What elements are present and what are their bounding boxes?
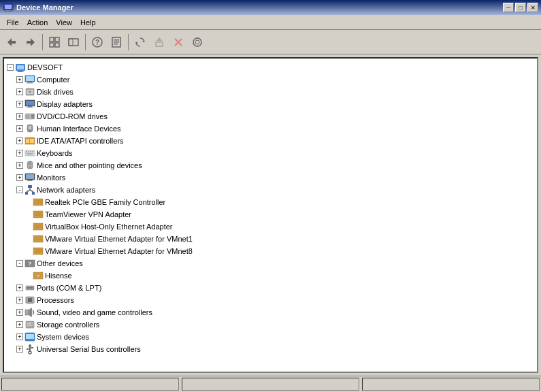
- svg-point-25: [195, 40, 199, 44]
- uninstall-button[interactable]: [169, 33, 187, 51]
- svg-rect-11: [69, 39, 73, 46]
- tree-item-dvd[interactable]: + DVD/CD-ROM drives: [4, 110, 537, 122]
- disk-expand-btn[interactable]: +: [16, 88, 23, 95]
- hisense-icon: ?: [33, 270, 44, 281]
- mice-expand-btn[interactable]: +: [16, 162, 23, 169]
- svg-rect-33: [26, 76, 34, 81]
- svg-rect-66: [25, 192, 28, 195]
- svg-rect-62: [26, 174, 34, 179]
- tree-item-sound[interactable]: + Sound, video and game controllers: [4, 306, 537, 318]
- view-button[interactable]: [46, 33, 63, 51]
- svg-rect-42: [27, 107, 33, 108]
- tree-item-monitors[interactable]: + Monitors: [4, 172, 537, 184]
- menu-view[interactable]: View: [52, 17, 76, 28]
- svg-rect-29: [17, 65, 24, 69]
- computer-icon: [24, 74, 35, 85]
- svg-rect-80: [33, 235, 43, 242]
- tree-item-ports[interactable]: + Ports (COM & LPT): [4, 282, 537, 294]
- ide-expand-btn[interactable]: +: [16, 137, 23, 144]
- teamviewer-label: TeamViewer VPN Adapter: [45, 210, 131, 218]
- svg-rect-74: [33, 211, 43, 218]
- svg-rect-40: [26, 101, 34, 105]
- close-button[interactable]: ✕: [527, 3, 538, 12]
- tree-item-hid[interactable]: + Human Interface Devices: [4, 122, 537, 135]
- processors-icon: [24, 295, 35, 306]
- tree-item-other[interactable]: - ? Other devices: [4, 257, 537, 270]
- tree-item-mice[interactable]: + Mice and other pointing devices: [4, 159, 537, 172]
- menu-action[interactable]: Action: [23, 17, 52, 28]
- tree-item-virtualbox[interactable]: VirtualBox Host-Only Ethernet Adapter: [4, 220, 537, 233]
- forward-button[interactable]: [22, 33, 39, 51]
- tree-item-system[interactable]: + System devices: [4, 331, 537, 343]
- sound-label: Sound, video and game controllers: [37, 308, 152, 316]
- svg-point-60: [29, 167, 31, 168]
- svg-line-69: [27, 190, 30, 192]
- tree-item-network[interactable]: - Network adapters: [4, 184, 537, 196]
- tree-item-vmware8[interactable]: VMware Virtual Ethernet Adapter for VMne…: [4, 245, 537, 257]
- map-button[interactable]: [65, 33, 82, 51]
- svg-rect-65: [28, 185, 32, 188]
- svg-rect-64: [27, 180, 33, 181]
- monitors-expand-btn[interactable]: +: [16, 174, 23, 181]
- update-button[interactable]: [150, 33, 168, 51]
- tree-view[interactable]: - DEVSOFT +: [3, 57, 538, 373]
- menu-file[interactable]: File: [3, 17, 23, 28]
- other-expand-btn[interactable]: -: [16, 260, 23, 267]
- hid-expand-btn[interactable]: +: [16, 125, 23, 132]
- system-expand-btn[interactable]: +: [16, 333, 23, 340]
- monitors-label: Monitors: [37, 174, 65, 182]
- display-expand-btn[interactable]: +: [16, 101, 23, 108]
- dvd-icon: [24, 111, 35, 122]
- disk-label: Disk drives: [37, 88, 73, 96]
- svg-rect-15: [114, 39, 119, 41]
- svg-rect-41: [28, 106, 32, 107]
- title-bar-left: Device Manager: [3, 2, 73, 13]
- svg-rect-6: [50, 37, 54, 42]
- tree-item-hisense[interactable]: ? Hisense: [4, 270, 537, 282]
- help-button[interactable]: ?: [88, 33, 106, 51]
- dvd-expand-btn[interactable]: +: [16, 113, 23, 120]
- svg-rect-10: [69, 39, 78, 46]
- svg-rect-7: [55, 37, 59, 42]
- hisense-label: Hisense: [45, 272, 72, 280]
- menu-help[interactable]: Help: [76, 17, 100, 28]
- tree-item-storage[interactable]: + Storage controllers: [4, 318, 537, 331]
- svg-rect-56: [32, 151, 33, 152]
- tree-item-computer[interactable]: + Computer: [4, 74, 537, 86]
- tree-item-ide[interactable]: + IDE ATA/ATAPI controllers: [4, 135, 537, 147]
- properties-button[interactable]: [108, 33, 125, 51]
- svg-rect-8: [50, 43, 54, 47]
- tree-item-usb[interactable]: + Universal Serial Bus controllers: [4, 343, 537, 355]
- processors-expand-btn[interactable]: +: [16, 297, 23, 304]
- system-icon: [24, 331, 35, 342]
- back-button[interactable]: [3, 33, 20, 51]
- svg-point-108: [31, 325, 33, 326]
- tree-item-vmware1[interactable]: VMware Virtual Ethernet Adapter for VMne…: [4, 233, 537, 245]
- computer-expand-btn[interactable]: +: [16, 76, 23, 83]
- realtek-icon: [33, 197, 44, 208]
- scan-button[interactable]: [188, 33, 206, 51]
- tree-item-keyboards[interactable]: + Keyboards: [4, 147, 537, 159]
- sound-expand-btn[interactable]: +: [16, 309, 23, 316]
- root-expand-btn[interactable]: -: [7, 64, 14, 71]
- tree-root[interactable]: - DEVSOFT: [4, 61, 537, 74]
- usb-expand-btn[interactable]: +: [16, 346, 23, 353]
- tree-item-display[interactable]: + Display adapters: [4, 98, 537, 110]
- disk-icon: [24, 86, 35, 97]
- tree-item-processors[interactable]: + Processors: [4, 294, 537, 306]
- tree-item-disk-drives[interactable]: + Disk drives: [4, 86, 537, 98]
- ports-expand-btn[interactable]: +: [16, 284, 23, 291]
- toolbar: ?: [0, 30, 541, 54]
- keyboards-expand-btn[interactable]: +: [16, 150, 23, 157]
- minimize-button[interactable]: ─: [503, 3, 514, 12]
- network-expand-btn[interactable]: -: [16, 186, 23, 193]
- svg-rect-44: [31, 114, 34, 118]
- tree-item-realtek[interactable]: Realtek PCIe GBE Family Controller: [4, 196, 537, 208]
- storage-expand-btn[interactable]: +: [16, 321, 23, 328]
- tree-item-teamviewer[interactable]: TeamViewer VPN Adapter: [4, 208, 537, 220]
- maximize-button[interactable]: □: [515, 3, 526, 12]
- refresh-button[interactable]: [131, 33, 149, 51]
- svg-rect-91: [27, 287, 29, 289]
- svg-marker-19: [136, 42, 138, 44]
- svg-rect-34: [28, 82, 32, 82]
